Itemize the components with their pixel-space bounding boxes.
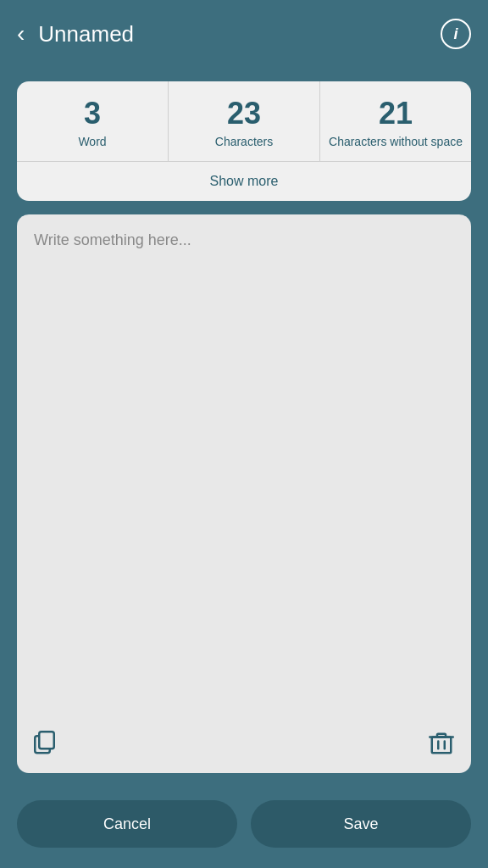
svg-rect-1: [39, 732, 54, 748]
char-count: 23: [227, 97, 261, 131]
main-content: 3 Word 23 Characters 21 Characters witho…: [0, 68, 488, 787]
stats-card: 3 Word 23 Characters 21 Characters witho…: [17, 81, 471, 201]
textarea-actions: [34, 731, 454, 756]
show-more-button[interactable]: Show more: [17, 162, 471, 201]
back-button[interactable]: ‹: [17, 22, 25, 46]
info-icon: i: [453, 25, 458, 43]
svg-rect-4: [437, 734, 446, 737]
word-count: 3: [84, 97, 101, 131]
char-stat: 23 Characters: [169, 81, 320, 161]
char-nospace-label: Characters without space: [329, 134, 463, 149]
char-nospace-stat: 21 Characters without space: [320, 81, 471, 161]
word-label: Word: [78, 134, 106, 149]
save-button[interactable]: Save: [251, 800, 471, 848]
word-stat: 3 Word: [17, 81, 169, 161]
char-nospace-count: 21: [379, 97, 413, 131]
cancel-button[interactable]: Cancel: [17, 800, 237, 848]
char-label: Characters: [215, 134, 273, 149]
delete-button[interactable]: [429, 731, 454, 756]
trash-icon: [429, 731, 454, 756]
stats-row: 3 Word 23 Characters 21 Characters witho…: [17, 81, 471, 162]
copy-button[interactable]: [34, 731, 59, 756]
footer: Cancel Save: [0, 787, 488, 868]
text-input[interactable]: [34, 231, 454, 721]
header: ‹ Unnamed i: [0, 0, 488, 68]
copy-icon: [34, 731, 59, 756]
svg-rect-2: [432, 737, 452, 754]
textarea-card: [17, 214, 471, 773]
page-title: Unnamed: [38, 21, 441, 47]
info-button[interactable]: i: [441, 19, 471, 49]
